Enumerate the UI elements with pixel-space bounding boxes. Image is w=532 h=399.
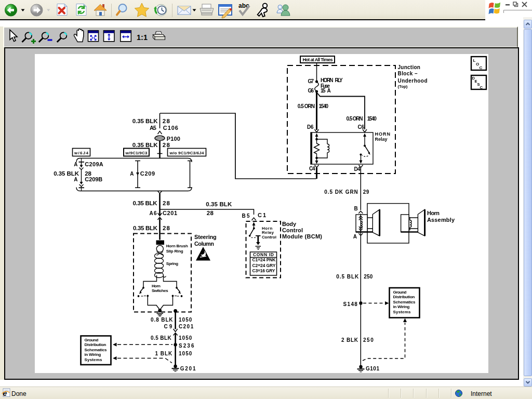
svg-text:1050: 1050 — [179, 317, 192, 323]
svg-text:C: C — [480, 65, 483, 70]
svg-text:B: B — [354, 206, 358, 211]
svg-text:A: A — [74, 177, 77, 182]
svg-text:P100: P100 — [167, 136, 180, 142]
svg-text:B5: B5 — [242, 213, 250, 219]
svg-text:C1: C1 — [258, 212, 266, 218]
svg-text:C3=16 GRY: C3=16 GRY — [252, 268, 275, 273]
svg-text:250: 250 — [363, 337, 374, 343]
svg-text:1540: 1540 — [367, 116, 377, 122]
svg-text:0.5 BLK: 0.5 BLK — [336, 274, 359, 280]
svg-text:0.8 BLK: 0.8 BLK — [151, 317, 173, 323]
svg-text:Distribution: Distribution — [393, 295, 415, 299]
svg-text:Horn: Horn — [427, 210, 440, 216]
svg-text:Horn: Horn — [262, 226, 273, 231]
svg-text:Horn: Horn — [152, 284, 161, 288]
svg-text:Module (BCM): Module (BCM) — [282, 233, 322, 240]
svg-text:Distribution: Distribution — [85, 342, 107, 347]
svg-text:0.35 BLK: 0.35 BLK — [133, 200, 158, 206]
svg-text:0.5 ORN: 0.5 ORN — [347, 116, 363, 122]
svg-text:C209A: C209A — [85, 161, 103, 167]
svg-text:w/9C1/9C3: w/9C1/9C3 — [125, 151, 148, 155]
svg-text:Ground: Ground — [85, 338, 99, 342]
svg-text:S148: S148 — [343, 301, 358, 307]
svg-text:D6: D6 — [307, 124, 314, 130]
svg-text:28: 28 — [163, 142, 170, 148]
svg-text:G7: G7 — [308, 78, 314, 84]
svg-text:G201: G201 — [180, 366, 196, 371]
svg-text:1 BLK: 1 BLK — [155, 351, 172, 356]
svg-text:Underhood: Underhood — [398, 78, 428, 84]
svg-text:Schematics: Schematics — [393, 300, 416, 304]
svg-text:Junction: Junction — [398, 64, 420, 70]
svg-text:Schematics: Schematics — [85, 348, 108, 352]
svg-text:28: 28 — [163, 225, 170, 231]
svg-text:Steering: Steering — [194, 234, 217, 240]
svg-text:O: O — [476, 62, 479, 66]
svg-text:0.35 BLK: 0.35 BLK — [133, 225, 158, 231]
svg-text:(Top): (Top) — [398, 84, 408, 89]
svg-text:Switches: Switches — [152, 288, 168, 293]
svg-text:28: 28 — [163, 118, 170, 124]
svg-text:in Wiring: in Wiring — [85, 352, 101, 357]
svg-text:C9: C9 — [164, 324, 172, 329]
svg-text:1050: 1050 — [179, 351, 192, 356]
svg-text:Slip Ring: Slip Ring — [166, 249, 183, 254]
svg-text:Relay: Relay — [262, 230, 274, 235]
svg-text:L: L — [473, 58, 476, 63]
svg-text:C6: C6 — [358, 124, 365, 130]
svg-text:0.35 BLK: 0.35 BLK — [54, 170, 79, 177]
svg-text:Systems: Systems — [393, 310, 411, 314]
svg-text:A6: A6 — [150, 210, 157, 216]
svg-text:C201: C201 — [163, 210, 177, 216]
svg-text:A: A — [130, 171, 134, 177]
svg-text:0.5 BLK: 0.5 BLK — [151, 335, 171, 341]
svg-text:Column: Column — [194, 241, 214, 247]
svg-text:C209: C209 — [140, 170, 155, 177]
svg-text:w/6J4: w/6J4 — [74, 151, 89, 155]
svg-text:C1=24 PNK: C1=24 PNK — [252, 257, 276, 262]
svg-text:Systems: Systems — [85, 357, 103, 362]
svg-text:15: 15 — [321, 88, 326, 94]
svg-text:Hot at All Times: Hot at All Times — [303, 57, 333, 62]
svg-text:0.35 BLK: 0.35 BLK — [132, 118, 158, 124]
svg-text:A: A — [353, 234, 357, 240]
svg-text:Block –: Block – — [398, 71, 418, 76]
svg-text:Body: Body — [282, 221, 297, 227]
svg-text:w/o 9C1/9C3/6J4: w/o 9C1/9C3/6J4 — [169, 151, 205, 155]
svg-text:1540: 1540 — [319, 103, 329, 109]
svg-text:Spring: Spring — [166, 261, 179, 266]
svg-text:28: 28 — [85, 170, 91, 177]
svg-text:C: C — [480, 85, 483, 90]
svg-text:0.35 BLK: 0.35 BLK — [206, 201, 232, 207]
svg-text:1050: 1050 — [179, 335, 192, 341]
svg-text:A5: A5 — [150, 125, 156, 131]
svg-text:D4: D4 — [354, 166, 361, 172]
svg-text:29: 29 — [363, 189, 369, 195]
svg-text:G6: G6 — [308, 88, 314, 94]
svg-text:2 BLK: 2 BLK — [341, 337, 358, 343]
svg-text:RLY: RLY — [335, 77, 343, 83]
svg-text:G101: G101 — [366, 366, 379, 371]
svg-text:Control: Control — [282, 227, 303, 233]
svg-text:Ground: Ground — [393, 290, 407, 295]
svg-text:C106: C106 — [163, 125, 178, 131]
svg-text:S236: S236 — [179, 343, 194, 349]
svg-text:0.35 BLK: 0.35 BLK — [132, 142, 158, 148]
svg-text:0.5 ORN: 0.5 ORN — [298, 103, 315, 109]
svg-text:28: 28 — [207, 210, 214, 216]
svg-text:C201: C201 — [179, 324, 194, 329]
svg-text:C209B: C209B — [85, 176, 102, 182]
svg-text:28: 28 — [163, 200, 170, 206]
svg-text:A: A — [74, 162, 77, 167]
svg-text:HORN: HORN — [375, 131, 390, 137]
svg-text:Control: Control — [262, 235, 276, 240]
svg-text:in Wiring: in Wiring — [393, 304, 410, 309]
svg-text:Assembly: Assembly — [427, 217, 455, 223]
svg-text:C2=24 GRY: C2=24 GRY — [252, 263, 276, 268]
svg-text:Horn Brush: Horn Brush — [166, 244, 188, 248]
svg-text:CONN ID: CONN ID — [253, 252, 274, 257]
svg-text:250: 250 — [364, 274, 373, 280]
svg-text:C4: C4 — [309, 166, 315, 171]
svg-text:0.5 DK GRN: 0.5 DK GRN — [324, 189, 358, 195]
svg-text:A: A — [327, 88, 331, 94]
